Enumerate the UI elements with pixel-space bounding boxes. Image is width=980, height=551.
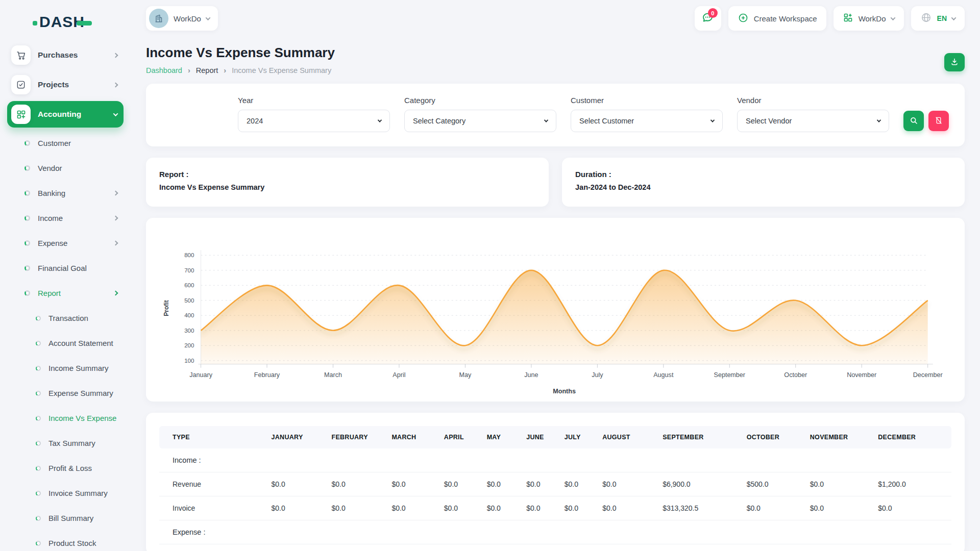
accounting-grid-icon (11, 105, 31, 124)
value-cell: $0.0 (386, 496, 438, 520)
value-cell: $500.0 (742, 472, 805, 496)
value-cell: $0.0 (266, 496, 327, 520)
sidebar-item-banking[interactable]: Banking (0, 181, 131, 206)
table-header-cell: JANUARY (266, 426, 327, 448)
filter-panel: Year 2024 Category Select Category Custo… (146, 84, 965, 146)
sidebar-item-purchases[interactable]: Purchases (7, 42, 124, 68)
workspace-selector[interactable]: WorkDo (146, 6, 218, 31)
bullet-icon (36, 416, 41, 421)
chevron-right-icon (113, 241, 118, 246)
chevron-right-icon (113, 191, 118, 196)
chevron-right-icon (113, 216, 118, 221)
sidebar-item-financial-goal[interactable]: Financial Goal (0, 256, 131, 281)
language-selector[interactable]: EN (911, 6, 965, 31)
report-card: Report : Income Vs Expense Summary (146, 158, 549, 207)
create-workspace-button[interactable]: Create Workspace (728, 6, 826, 31)
sidebar-item-account-statement[interactable]: Account Statement (0, 331, 131, 356)
bullet-icon (36, 316, 41, 321)
svg-text:200: 200 (184, 342, 194, 348)
cart-icon (11, 45, 31, 65)
customer-select[interactable]: Select Customer (571, 110, 723, 132)
sidebar-item-label: Account Statement (48, 339, 117, 347)
breadcrumb-report-link[interactable]: Report (196, 66, 218, 74)
table-header-cell: JUNE (521, 426, 559, 448)
svg-text:800: 800 (184, 252, 194, 258)
bullet-icon (24, 240, 30, 246)
document-slash-icon (934, 116, 943, 127)
sidebar-item-report[interactable]: Report (0, 281, 131, 306)
bullet-icon (36, 491, 41, 496)
value-cell: $0.0 (559, 472, 597, 496)
svg-text:November: November (847, 371, 876, 379)
duration-card-label: Duration : (575, 170, 951, 179)
value-cell: $0.0 (439, 472, 482, 496)
svg-text:August: August (653, 371, 674, 379)
logo-dash-icon (77, 21, 92, 26)
chevron-down-icon (544, 118, 548, 122)
svg-text:February: February (254, 371, 280, 379)
table-section-row: Expense : (159, 520, 951, 544)
duration-card-value: Jan-2024 to Dec-2024 (575, 183, 951, 191)
sidebar-item-label: Report (38, 289, 106, 297)
svg-text:December: December (913, 371, 943, 379)
search-button[interactable] (903, 111, 924, 131)
bullet-icon (36, 541, 41, 546)
bullet-icon (24, 215, 30, 221)
breadcrumb-separator: › (188, 66, 190, 74)
chevron-down-icon (951, 15, 957, 20)
value-cell: $0.0 (873, 496, 951, 520)
sidebar-item-vendor[interactable]: Vendor (0, 156, 131, 181)
chevron-right-icon (113, 82, 118, 87)
sidebar-item-label: Profit & Loss (48, 464, 117, 472)
sidebar-item-label: Purchases (38, 51, 107, 60)
workspace-name: WorkDo (174, 14, 201, 23)
chevron-down-icon (710, 118, 715, 122)
sidebar-item-projects[interactable]: Projects (7, 71, 124, 98)
table-header-cell: MAY (482, 426, 522, 448)
sidebar-item-expense-summary[interactable]: Expense Summary (0, 381, 131, 406)
duration-card: Duration : Jan-2024 to Dec-2024 (562, 158, 965, 207)
reset-filter-button[interactable] (928, 111, 949, 131)
sidebar-item-bill-summary[interactable]: Bill Summary (0, 506, 131, 531)
sidebar-item-income-summary[interactable]: Income Summary (0, 356, 131, 381)
vendor-label: Vendor (737, 96, 889, 105)
table-header-cell: JULY (559, 426, 597, 448)
sidebar-item-income-vs-expense[interactable]: Income Vs Expense (0, 406, 131, 431)
messages-button[interactable]: 0 (695, 6, 721, 31)
sidebar-item-profit-loss[interactable]: Profit & Loss (0, 456, 131, 481)
page-header: Income Vs Expense Summary Dashboard › Re… (146, 45, 965, 74)
row-label: Invoice (159, 496, 266, 520)
sidebar-item-product-stock[interactable]: Product Stock (0, 531, 131, 551)
category-select[interactable]: Select Category (404, 110, 556, 132)
workdo-menu-button[interactable]: WorkDo (834, 6, 904, 31)
breadcrumb: Dashboard › Report › Income Vs Expense S… (146, 66, 335, 74)
brand-logo[interactable]: DASH (0, 11, 131, 33)
bullet-icon (24, 165, 30, 171)
svg-text:April: April (393, 371, 405, 379)
year-label: Year (238, 96, 390, 105)
value-cell: $0.0 (386, 472, 438, 496)
globe-icon (920, 12, 932, 25)
table-section-row: Income : (159, 448, 951, 472)
sidebar-item-invoice-summary[interactable]: Invoice Summary (0, 481, 131, 506)
bullet-icon (36, 441, 41, 446)
sidebar-item-transaction[interactable]: Transaction (0, 306, 131, 331)
vendor-select[interactable]: Select Vendor (737, 110, 889, 132)
category-label: Category (404, 96, 556, 105)
breadcrumb-dashboard-link[interactable]: Dashboard (146, 66, 182, 74)
sidebar-item-customer[interactable]: Customer (0, 131, 131, 156)
svg-text:500: 500 (184, 297, 194, 304)
year-select[interactable]: 2024 (238, 110, 390, 132)
download-icon (950, 57, 959, 68)
sidebar-item-label: Tax Summary (48, 439, 117, 447)
table-header-cell: OCTOBER (742, 426, 805, 448)
sidebar-item-accounting[interactable]: Accounting (7, 101, 124, 128)
sidebar-item-tax-summary[interactable]: Tax Summary (0, 431, 131, 456)
sidebar-item-expense[interactable]: Expense (0, 231, 131, 256)
sidebar-item-income[interactable]: Income (0, 206, 131, 231)
main-content: WorkDo 0 Create Workspace (131, 0, 980, 551)
value-cell: $0.0 (482, 496, 522, 520)
workspace-avatar-building-icon (149, 9, 168, 28)
download-button[interactable] (944, 53, 965, 71)
sidebar: DASH Purchases Projects Accounting Custo… (0, 0, 131, 551)
